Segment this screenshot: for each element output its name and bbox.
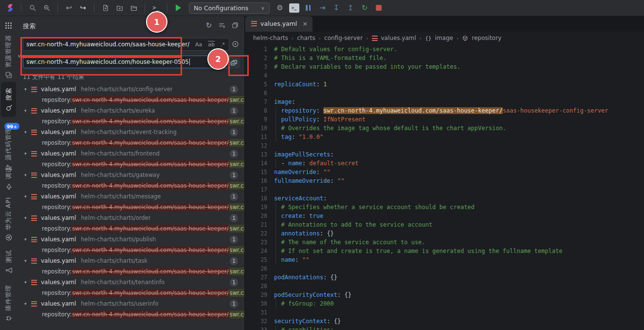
- search-result-match-row[interactable]: repository: swr.cn-north-4.myhuaweicloud…: [17, 202, 244, 213]
- search-result-file-row[interactable]: ▾values.yamlhelm-charts/charts/gateway1: [17, 170, 244, 180]
- undo-button[interactable]: ↩: [62, 2, 75, 14]
- breadcrumb-item[interactable]: config-server: [324, 35, 363, 41]
- search-result-file-row[interactable]: ▾values.yamlhelm-charts/charts/eureka1: [17, 105, 244, 116]
- code-line[interactable]: 26: [245, 264, 644, 273]
- chevron-down-icon[interactable]: ▾: [24, 87, 31, 92]
- code-line[interactable]: 30 # fsGroup: 2000: [245, 299, 644, 308]
- code-line[interactable]: 24 # If not set and create is true, a na…: [245, 247, 644, 255]
- code-line[interactable]: 13imagePullSecrets:: [245, 150, 644, 159]
- code-line[interactable]: 3# Declare variables to be passed into y…: [245, 62, 644, 71]
- code-line[interactable]: 8 repository: swr.cn-north-4.myhuaweiclo…: [245, 106, 644, 115]
- replace-input[interactable]: swr.cn-north-4.myhuaweicloud.com/house-k…: [23, 56, 229, 68]
- code-line[interactable]: 16fullnameOverride: "": [245, 176, 644, 185]
- code-line[interactable]: 25 name: "": [245, 255, 644, 264]
- code-line[interactable]: 5replicaCount: 1: [245, 80, 644, 89]
- stop-button[interactable]: [372, 2, 386, 14]
- search-result-file-row[interactable]: ▾values.yamlhelm-charts/charts/order1: [17, 213, 244, 223]
- run-configuration-select[interactable]: No Configurations ∨: [189, 2, 270, 14]
- step-into-button[interactable]: ↧: [330, 2, 343, 14]
- search-result-file-row[interactable]: ▾values.yamlhelm-charts/charts/message1: [17, 191, 244, 202]
- search-result-match-row[interactable]: repository: swr.cn-north-4.myhuaweicloud…: [17, 288, 244, 298]
- redo-button[interactable]: ↪: [76, 2, 90, 14]
- code-line[interactable]: 19 # Specifies whether a service account…: [245, 203, 644, 212]
- search-everywhere-icon[interactable]: [40, 2, 53, 14]
- code-line[interactable]: 11 tag: "1.0.0": [245, 133, 644, 141]
- preserve-case-icon[interactable]: [231, 40, 239, 48]
- step-over-button[interactable]: ⇥: [316, 2, 329, 14]
- search-result-match-row[interactable]: repository: swr.cn-north-4.myhuaweicloud…: [17, 180, 244, 191]
- breadcrumb-item[interactable]: values.yaml: [381, 35, 416, 41]
- code-line[interactable]: 4: [245, 71, 644, 80]
- refresh-results-button[interactable]: ↻: [204, 21, 213, 30]
- replace-all-button[interactable]: [227, 56, 240, 68]
- chevron-down-icon[interactable]: ▾: [24, 173, 31, 177]
- breadcrumb-item[interactable]: image: [435, 35, 453, 41]
- breadcrumb-item[interactable]: repository: [472, 35, 501, 41]
- search-result-match-row[interactable]: repository: swr.cn-north-4.myhuaweicloud…: [17, 223, 244, 234]
- search-icon[interactable]: [26, 2, 39, 14]
- search-result-match-row[interactable]: repository: swr.cn-north-4.myhuaweicloud…: [17, 266, 244, 277]
- new-folder-button[interactable]: [113, 2, 126, 14]
- code-line[interactable]: 27podAnnotations: {}: [245, 273, 644, 282]
- search-result-file-row[interactable]: ▾values.yamlhelm-charts/charts/config-se…: [17, 84, 244, 95]
- search-result-match-row[interactable]: repository: swr.cn-north-4.myhuaweicloud…: [17, 159, 244, 170]
- chevron-down-icon[interactable]: ▾: [24, 301, 31, 306]
- chevron-down-icon[interactable]: ▾: [24, 215, 31, 220]
- code-line[interactable]: 10 # Overrides the image tag whose defau…: [245, 124, 644, 133]
- code-line[interactable]: 18serviceAccount:: [245, 194, 644, 203]
- sidebar-item-test[interactable]: 测试: [0, 247, 17, 277]
- more-actions-icon[interactable]: ⋯: [231, 71, 238, 78]
- code-line[interactable]: 33 # capabilities:: [245, 326, 644, 330]
- sidebar-item-debug[interactable]: 调试: [0, 163, 17, 193]
- code-line[interactable]: 2# This is a YAML-formatted file.: [245, 54, 644, 62]
- chevron-down-icon[interactable]: ▾: [24, 280, 31, 285]
- settings-gear-button[interactable]: ⚙: [274, 2, 287, 14]
- sidebar-item-explorer[interactable]: 资源管理器: [0, 31, 17, 82]
- sidebar-item-search[interactable]: 搜索: [1, 82, 16, 117]
- chevron-down-icon[interactable]: ▾: [24, 194, 31, 199]
- search-result-file-row[interactable]: ▾values.yamlhelm-charts/charts/frontend1: [17, 148, 244, 159]
- terminal-button[interactable]: >_: [149, 2, 163, 14]
- open-folder-button[interactable]: [127, 2, 140, 14]
- apps-grid-button[interactable]: [0, 19, 17, 32]
- chevron-down-icon[interactable]: ▾: [24, 108, 31, 113]
- code-line[interactable]: 15nameOverride: "": [245, 168, 644, 176]
- code-line[interactable]: 28: [245, 282, 644, 291]
- code-line[interactable]: 31: [245, 308, 644, 317]
- code-line[interactable]: 23 # The name of the service account to …: [245, 238, 644, 247]
- search-result-match-row[interactable]: repository: swr.cn-north-4.myhuaweicloud…: [17, 245, 244, 255]
- chevron-down-icon[interactable]: ▾: [24, 237, 31, 242]
- pause-button[interactable]: [302, 2, 315, 14]
- sidebar-item-huawei-cloud-api[interactable]: 华为云 API: [0, 196, 17, 242]
- search-result-match-row[interactable]: repository: swr.cn-north-4.myhuaweicloud…: [17, 309, 244, 320]
- code-line[interactable]: 1# Default values for config-server.: [245, 45, 644, 54]
- code-line[interactable]: 14 - name: default-secret: [245, 159, 644, 168]
- debug-console-button[interactable]: >_: [289, 3, 299, 13]
- tab-values-yaml[interactable]: values.yaml ×: [245, 16, 313, 32]
- whole-word-toggle[interactable]: ab: [207, 41, 216, 48]
- open-in-editor-button[interactable]: [231, 21, 239, 30]
- match-case-toggle[interactable]: Aa: [194, 41, 203, 48]
- code-line[interactable]: 7image:: [245, 97, 644, 106]
- toggle-replace-chevron[interactable]: ∨: [18, 53, 21, 58]
- chevron-down-icon[interactable]: ▾: [24, 130, 31, 135]
- search-input[interactable]: swr.cn-north-4.myhuaweicloud.com/saas-ho…: [23, 38, 229, 51]
- breadcrumb-item[interactable]: helm-charts: [253, 35, 288, 41]
- code-editor[interactable]: 1# Default values for config-server.2# T…: [245, 45, 644, 330]
- code-line[interactable]: 22 annotations: {}: [245, 229, 644, 238]
- code-line[interactable]: 29podSecurityContext: {}: [245, 291, 644, 299]
- chevron-down-icon[interactable]: ▾: [24, 151, 31, 156]
- search-result-match-row[interactable]: repository: swr.cn-north-4.myhuaweicloud…: [17, 95, 244, 105]
- search-result-file-row[interactable]: ▾values.yamlhelm-charts/charts/tenantinf…: [17, 277, 244, 288]
- code-line[interactable]: 9 pullPolicy: IfNotPresent: [245, 115, 644, 124]
- search-result-match-row[interactable]: repository: swr.cn-north-4.myhuaweicloud…: [17, 137, 244, 148]
- search-result-file-row[interactable]: ▾values.yamlhelm-charts/charts/userinfo1: [17, 298, 244, 309]
- chevron-down-icon[interactable]: ▾: [24, 258, 31, 263]
- search-result-match-row[interactable]: repository: swr.cn-north-4.myhuaweicloud…: [17, 116, 244, 127]
- breadcrumb-item[interactable]: charts: [297, 35, 315, 41]
- new-file-button[interactable]: [99, 2, 112, 14]
- code-line[interactable]: 20 create: true: [245, 212, 644, 220]
- code-line[interactable]: 32securityContext: {}: [245, 317, 644, 326]
- restart-button[interactable]: ↻: [358, 2, 371, 14]
- clear-results-button[interactable]: [218, 21, 226, 30]
